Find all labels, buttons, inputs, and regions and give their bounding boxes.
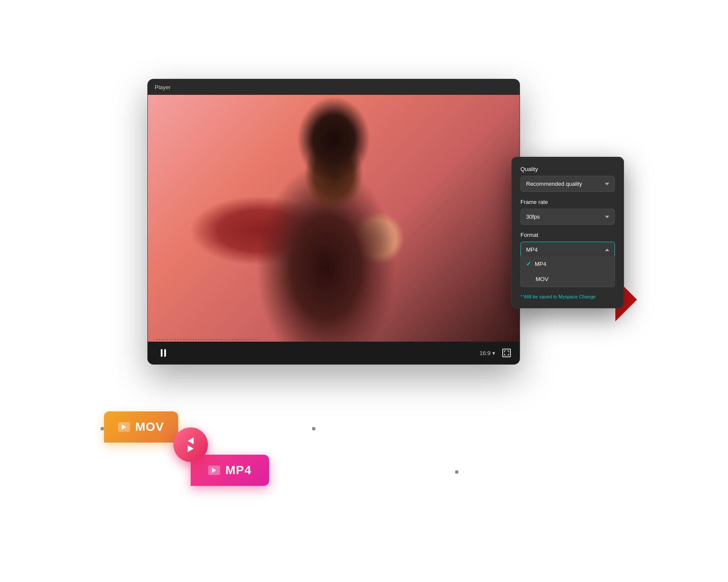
timeline-dot — [224, 339, 225, 340]
change-link[interactable]: Change — [579, 294, 596, 299]
timeline-dot — [245, 339, 246, 340]
fullscreen-icon — [504, 350, 509, 356]
pause-bar-right — [164, 349, 166, 357]
save-notice: * Will be saved to Myspace Change — [520, 294, 615, 299]
fullscreen-button[interactable] — [502, 349, 511, 357]
timeline-dot — [255, 339, 257, 340]
timeline-dot — [198, 339, 199, 340]
format-select-value: MP4 — [526, 246, 538, 253]
control-right: 16:9 ▾ — [480, 349, 511, 357]
play-icon — [122, 424, 126, 430]
timeline-dot — [193, 339, 194, 340]
player-controls: 16:9 ▾ — [148, 342, 520, 364]
frame-rate-section: Frame rate 30fps — [520, 199, 615, 225]
quality-select[interactable]: Recommended quality — [520, 176, 615, 192]
timeline-dot — [247, 339, 249, 340]
format-dropdown: ✓ MP4 MOV — [520, 256, 615, 287]
timeline-area[interactable] — [148, 336, 520, 342]
frame-rate-chevron-icon — [605, 216, 609, 218]
play-icon — [212, 468, 216, 473]
dot-decoration-right-mov — [312, 427, 315, 430]
timeline-dot — [201, 339, 202, 340]
timeline-dot — [206, 339, 207, 340]
dot-decoration-right-mp4 — [455, 470, 458, 474]
mp4-badge: MP4 — [191, 455, 269, 486]
pause-icon — [161, 349, 166, 357]
mov-badge: MOV — [104, 411, 178, 443]
timeline-dot — [195, 339, 197, 340]
timeline-dot — [169, 339, 171, 340]
timeline-dot — [216, 339, 218, 340]
timeline-dot — [175, 339, 176, 340]
video-content — [148, 95, 520, 342]
format-select[interactable]: MP4 — [520, 242, 615, 258]
format-chevron-icon — [605, 249, 609, 251]
timeline-dot — [227, 339, 228, 340]
pause-bar-left — [161, 349, 162, 357]
timeline-dot — [229, 339, 231, 340]
format-section: Format MP4 ✓ MP4 MOV — [520, 232, 615, 287]
timeline-dot — [242, 339, 244, 340]
aspect-ratio-label: 16:9 — [480, 350, 491, 356]
arrow-left-icon — [188, 437, 194, 444]
timeline-dot — [253, 339, 254, 340]
quality-chevron-icon — [605, 183, 609, 185]
arrows-icon — [188, 437, 194, 452]
timeline-dot — [234, 339, 236, 340]
timeline-dot — [221, 339, 223, 340]
mov-badge-icon — [118, 422, 130, 432]
timeline-dot — [156, 339, 158, 340]
arrow-right-icon — [188, 445, 194, 452]
timeline-dot — [190, 339, 192, 340]
aspect-ratio-chevron: ▾ — [492, 350, 495, 356]
timeline-dot — [203, 339, 205, 340]
timeline-dot — [208, 339, 210, 340]
timeline-dot — [172, 339, 173, 340]
timeline-dot — [180, 339, 181, 340]
player-title: Player — [155, 84, 171, 91]
timeline-dot — [214, 339, 215, 340]
frame-rate-select[interactable]: 30fps — [520, 209, 615, 225]
player-window: Player — [147, 79, 520, 365]
save-notice-text: * Will be saved to Myspace — [520, 294, 578, 299]
scene: Player — [104, 53, 624, 529]
timeline-dot — [237, 339, 238, 340]
timeline-dot — [232, 339, 233, 340]
quality-label: Quality — [520, 166, 615, 172]
format-label: Format — [520, 232, 615, 238]
quality-select-value: Recommended quality — [526, 181, 582, 187]
aspect-ratio-button[interactable]: 16:9 ▾ — [480, 350, 495, 356]
timeline-dot — [250, 339, 251, 340]
timeline-dot — [162, 339, 163, 340]
frame-rate-label: Frame rate — [520, 199, 615, 205]
timeline-dot — [182, 339, 184, 340]
quality-section: Quality Recommended quality — [520, 166, 615, 192]
timeline-dot — [177, 339, 179, 340]
timeline-dots — [148, 339, 268, 340]
format-option-mov-label: MOV — [536, 276, 549, 282]
quality-panel: Quality Recommended quality Frame rate 3… — [511, 157, 624, 308]
play-pause-button[interactable] — [156, 346, 170, 360]
format-option-mp4-label: MP4 — [535, 261, 546, 267]
mov-badge-label: MOV — [135, 420, 164, 434]
format-option-mp4[interactable]: ✓ MP4 — [521, 256, 614, 272]
video-area — [148, 95, 520, 342]
timeline-dot — [159, 339, 160, 340]
dot-decoration-left — [101, 427, 104, 430]
timeline-dot — [211, 339, 212, 340]
control-left — [156, 346, 170, 360]
timeline-dot — [188, 339, 189, 340]
format-option-mov[interactable]: MOV — [521, 272, 614, 287]
timeline-dot — [164, 339, 166, 340]
player-titlebar: Player — [148, 79, 520, 95]
timeline-dot — [240, 339, 241, 340]
check-mark-icon: ✓ — [526, 260, 531, 267]
frame-rate-select-value: 30fps — [526, 213, 540, 220]
mp4-badge-icon — [208, 466, 220, 475]
timeline-dot — [258, 339, 259, 340]
mp4-badge-label: MP4 — [225, 463, 252, 477]
timeline-dot — [185, 339, 186, 340]
timeline-dot — [219, 339, 220, 340]
conversion-icon — [173, 427, 208, 462]
timeline-dot — [167, 339, 168, 340]
